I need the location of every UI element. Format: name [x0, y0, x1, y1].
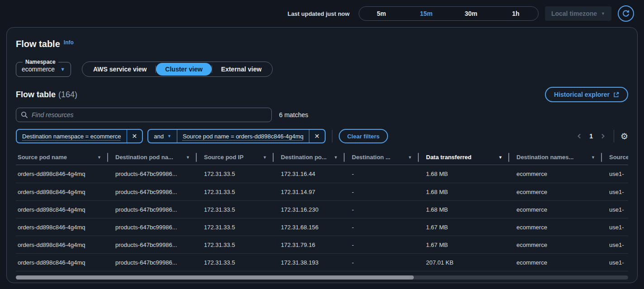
top-toolbar: Last updated just now 5m 15m 30m 1h Loca…	[0, 0, 644, 27]
table-row: orders-dd898c846-4g4mqproducts-647bc9998…	[16, 236, 628, 253]
table-cell: 1.68 MB	[419, 171, 509, 177]
table-cell: products-647bc99986...	[108, 259, 197, 266]
namespace-label: Namespace	[23, 59, 58, 65]
table-title-group: Flow table(164)	[16, 90, 77, 99]
dismiss-filter-icon[interactable]: ✕	[127, 130, 142, 142]
flow-table-body: orders-dd898c846-4g4mqproducts-647bc9998…	[16, 165, 628, 271]
refresh-button[interactable]	[618, 5, 634, 22]
column-header-label: Destination ...	[352, 154, 390, 161]
dismiss-filter-icon[interactable]: ✕	[309, 130, 325, 142]
table-cell: orders-dd898c846-4g4mq	[16, 224, 108, 231]
table-title: Flow table	[16, 90, 56, 99]
column-header-label: Source	[609, 154, 628, 161]
column-header-label: Source pod IP	[204, 154, 243, 161]
table-cell: 172.31.33.5	[197, 242, 274, 248]
table-cell: products-647bc99986...	[108, 171, 197, 177]
filter-icon[interactable]: ▼	[591, 155, 601, 160]
table-cell: ecommerce	[509, 242, 602, 248]
search-input[interactable]	[32, 111, 267, 118]
filter-icon[interactable]: ▼	[263, 155, 273, 160]
filter-token: Destination namespace = ecommerce ✕	[16, 129, 143, 143]
column-header[interactable]: Source pod name▼	[16, 153, 108, 162]
column-header[interactable]: Data transferred▼	[419, 153, 509, 162]
timezone-select[interactable]: Local timezone ▼	[545, 6, 611, 21]
table-cell: use1-	[602, 242, 628, 248]
filter-icon[interactable]: ▼	[334, 155, 344, 160]
table-cell: products-647bc99986...	[108, 242, 197, 248]
chevron-right-icon	[599, 133, 606, 140]
search-box	[16, 108, 272, 122]
match-count: 6 matches	[279, 111, 308, 118]
table-cell: 172.31.33.5	[197, 224, 274, 231]
time-range-30m[interactable]: 30m	[449, 7, 493, 20]
table-cell: -	[345, 189, 419, 195]
vertical-divider	[332, 130, 332, 142]
time-range-1h[interactable]: 1h	[493, 7, 538, 20]
column-header[interactable]: Destination names...▼	[509, 153, 602, 162]
filter-icon[interactable]: ▼	[186, 155, 196, 160]
timezone-label: Local timezone	[551, 10, 597, 17]
clear-filters-button[interactable]: Clear filters	[339, 129, 388, 143]
info-link[interactable]: Info	[64, 39, 74, 46]
table-row: orders-dd898c846-4g4mqproducts-647bc9998…	[16, 253, 628, 271]
table-cell: use1-	[602, 189, 628, 195]
filter-token-text[interactable]: Source pod name = orders-dd898c846-4g4mq	[177, 133, 309, 140]
filter-operator-label: and	[154, 133, 164, 140]
tab-external-view[interactable]: External view	[212, 63, 271, 76]
table-preferences-button[interactable]: ⚙	[620, 132, 628, 141]
sort-icon[interactable]: ▼	[498, 155, 508, 160]
column-header[interactable]: Destination ...▼	[345, 153, 419, 162]
last-updated-text: Last updated just now	[288, 10, 350, 17]
column-header[interactable]: Destination pod na...▼	[108, 153, 197, 162]
table-cell: 172.31.16.230	[274, 206, 345, 213]
external-link-icon	[613, 92, 619, 98]
table-cell: -	[345, 259, 419, 266]
table-cell: orders-dd898c846-4g4mq	[16, 259, 108, 266]
table-cell: -	[345, 242, 419, 248]
filter-operator[interactable]: and ▼	[148, 133, 177, 140]
table-cell: 172.31.33.5	[197, 259, 274, 266]
table-cell: use1-	[602, 206, 628, 213]
refresh-icon	[622, 9, 630, 18]
table-cell: orders-dd898c846-4g4mq	[16, 242, 108, 248]
flow-table-panel: Flow table Info Namespace ecommerce ▼ AW…	[6, 27, 638, 283]
gear-icon: ⚙	[620, 132, 628, 141]
vertical-divider	[614, 130, 614, 142]
column-header[interactable]: Source pod IP▼	[197, 153, 274, 162]
filter-icon[interactable]: ▼	[408, 155, 418, 160]
table-cell: -	[345, 206, 419, 213]
column-header[interactable]: Destination po...▼	[274, 153, 345, 162]
historical-explorer-label: Historical explorer	[554, 91, 610, 98]
table-cell: use1-	[602, 171, 628, 177]
column-header[interactable]: Source▼	[602, 154, 628, 161]
table-cell: 172.31.68.156	[274, 224, 345, 231]
time-range-15m[interactable]: 15m	[404, 7, 449, 20]
table-cell: 172.31.33.5	[197, 189, 274, 195]
chevron-down-icon: ▼	[60, 66, 65, 72]
table-cell: ecommerce	[509, 224, 602, 231]
horizontal-scrollbar-thumb[interactable]	[16, 275, 414, 280]
tab-aws-service-view[interactable]: AWS service view	[84, 63, 156, 76]
filter-token-text[interactable]: Destination namespace = ecommerce	[17, 133, 127, 140]
table-row: orders-dd898c846-4g4mqproducts-647bc9998…	[16, 218, 628, 236]
table-cell: 172.31.38.193	[274, 259, 345, 266]
table-cell: products-647bc99986...	[108, 206, 197, 213]
namespace-select[interactable]: Namespace ecommerce ▼	[16, 59, 71, 77]
table-cell: use1-	[602, 259, 628, 266]
table-cell: 172.31.79.16	[274, 242, 345, 248]
next-page-button[interactable]	[598, 132, 607, 141]
filter-icon[interactable]: ▼	[97, 155, 107, 160]
horizontal-scrollbar-track[interactable]	[16, 275, 628, 280]
previous-page-button[interactable]	[575, 132, 584, 141]
flow-table: Source pod name▼Destination pod na...▼So…	[16, 150, 628, 271]
table-cell: 1.67 MB	[419, 242, 509, 248]
namespace-value: ecommerce	[22, 66, 55, 73]
time-range-5m[interactable]: 5m	[359, 7, 404, 20]
filter-row: Destination namespace = ecommerce ✕ and …	[16, 129, 628, 143]
table-row: orders-dd898c846-4g4mqproducts-647bc9998…	[16, 165, 628, 183]
historical-explorer-button[interactable]: Historical explorer	[545, 87, 628, 102]
search-row: 6 matches	[16, 108, 628, 122]
tab-cluster-view[interactable]: Cluster view	[156, 63, 211, 76]
table-count: (164)	[58, 90, 77, 99]
table-cell: 172.31.16.44	[274, 171, 345, 177]
